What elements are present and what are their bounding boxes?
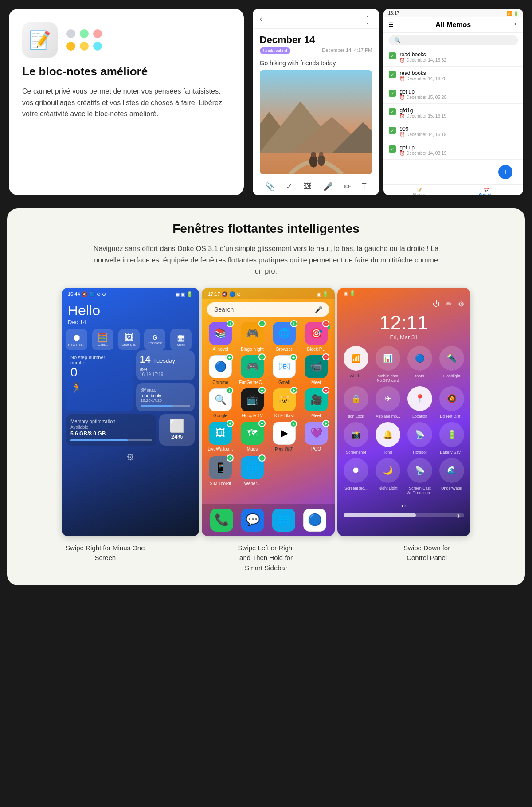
hamburger-icon[interactable]: ☰: [389, 22, 394, 28]
screenrecord-button[interactable]: ⏺: [344, 458, 368, 483]
dock-messages[interactable]: 💬: [241, 509, 264, 532]
app-allnovel[interactable]: 📚+ Allnovel: [206, 322, 235, 352]
app-kitty[interactable]: 🐱+ Kitty Blast: [270, 388, 298, 418]
battery-saver-button[interactable]: 🔋: [439, 422, 464, 447]
app-translate[interactable]: G Translate: [144, 329, 165, 350]
app-googletv[interactable]: 📺+ Google TV: [238, 388, 266, 418]
nav-memo[interactable]: 📝 Memo: [413, 188, 426, 195]
ctrl-wifi[interactable]: 📶 Wi-Fi ~: [342, 346, 370, 383]
app-poo[interactable]: 💜+ POO: [302, 422, 330, 453]
app-maps[interactable]: 🗺+ Maps: [238, 422, 266, 453]
screencast-button[interactable]: 📡: [407, 458, 432, 483]
mic-icon[interactable]: 🎤: [315, 306, 322, 313]
rotation-lock-button[interactable]: 🔒: [344, 386, 368, 411]
ctrl-underwater[interactable]: 🌊 UnderWater: [438, 458, 466, 495]
app-calculator[interactable]: 🧮 Calc...: [92, 329, 113, 350]
event1-time: 16:19-17:19: [140, 372, 191, 377]
flashlight-button[interactable]: 🔦: [439, 346, 464, 371]
dots-row-1: [66, 29, 102, 38]
app-start-slo[interactable]: 🖼 Start Slo.: [118, 329, 140, 350]
app-google-meet[interactable]: 📹− Meet: [302, 355, 330, 385]
screenshot-button[interactable]: 📸: [344, 422, 368, 447]
memos-menu[interactable]: ⋮: [512, 22, 518, 28]
dock-phone[interactable]: 📞: [210, 509, 233, 532]
ctrl-screenshot[interactable]: 📸 Screenshot: [342, 422, 370, 454]
svg-point-8: [319, 152, 323, 156]
memo-item-5: ✓ 999 ⏰ December 14, 16:19: [383, 122, 523, 141]
ctrl-location[interactable]: 📍 Location: [406, 386, 434, 419]
steps-sub: number: [70, 360, 129, 365]
tool-attach[interactable]: 📎: [265, 182, 275, 192]
back-button[interactable]: ‹: [260, 14, 262, 24]
s3-top-icons: ⏻ ✏ ⚙: [337, 298, 470, 310]
page-indicator: ● ○: [337, 498, 470, 512]
s2-search-bar[interactable]: Search 🎤: [207, 302, 329, 317]
tool-image[interactable]: 🖼: [304, 182, 312, 192]
location-button[interactable]: 📍: [407, 386, 432, 411]
hotspot-button[interactable]: 📡: [407, 422, 432, 447]
brightness-icon: ☀: [456, 513, 462, 520]
app-new-rec[interactable]: ⏺ New Rec...: [66, 329, 87, 350]
memo-check-5[interactable]: ✓: [389, 127, 396, 134]
dock-chrome[interactable]: 🔵: [303, 509, 326, 532]
s3-status-bar: ▣ 🔋: [337, 288, 470, 298]
tool-check[interactable]: ✓: [286, 182, 293, 192]
memo-check-2[interactable]: ✓: [389, 71, 396, 78]
app-more[interactable]: ▦ More: [170, 329, 192, 350]
donotdisturb-button[interactable]: 🔕: [439, 386, 464, 411]
power-icon[interactable]: ⏻: [433, 300, 440, 308]
app-google[interactable]: 🔍+ Google: [206, 388, 235, 418]
app-fungame[interactable]: 🎮+ FunGameC...: [238, 355, 266, 385]
mobiledata-button[interactable]: 📊: [376, 346, 400, 371]
memo-check-3[interactable]: ✓: [389, 90, 396, 97]
app-meet-solo[interactable]: 🎥− Meet: [302, 388, 330, 418]
memo-check-4[interactable]: ✓: [389, 108, 396, 115]
edit-icon[interactable]: ✏: [446, 300, 452, 308]
ctrl-donotdisturb[interactable]: 🔕 Do Not Dist...: [438, 386, 466, 419]
ctrl-mobiledata[interactable]: 📊 Mobile dataNo SIM card: [374, 346, 402, 383]
tool-text[interactable]: T: [362, 182, 367, 192]
dot-red: [93, 29, 102, 38]
memo-check-6[interactable]: ✓: [389, 145, 396, 153]
nightlight-button[interactable]: 🌙: [376, 458, 400, 483]
ctrl-ring[interactable]: 🔔 Ring: [374, 422, 402, 454]
battery-icon: ⬜: [164, 419, 190, 433]
wifi-button[interactable]: 📶: [344, 346, 368, 371]
app-simtoolkit[interactable]: 📱+ SIM Toolkit: [206, 456, 235, 486]
note-menu-button[interactable]: ⋮: [363, 14, 372, 25]
nav-agenda[interactable]: 📅 Agenda: [478, 188, 493, 195]
ctrl-rotation-lock[interactable]: 🔒 tion Lock: [342, 386, 370, 419]
app-bingo[interactable]: 🎮+ Bingo Night: [238, 322, 266, 352]
tool-pen[interactable]: ✏: [344, 182, 351, 192]
brightness-slider[interactable]: ☀: [344, 513, 464, 517]
memos-search[interactable]: 🔍: [389, 35, 518, 45]
app-webber[interactable]: 🌐+ Weber...: [238, 456, 266, 486]
s1-settings-icon[interactable]: ⚙: [62, 448, 199, 466]
app-playstore[interactable]: ▶+ Play 商店: [270, 422, 298, 453]
ring-button[interactable]: 🔔: [376, 422, 400, 447]
app-livewallpaper[interactable]: 🖼+ LiveWallpa...: [206, 422, 235, 453]
airplane-button[interactable]: ✈: [376, 386, 400, 411]
bluetooth-button[interactable]: 🔵: [407, 346, 432, 371]
s1-two-col: No step number number 0 🏃 14 Tuesday 999…: [62, 350, 199, 414]
underwater-button[interactable]: 🌊: [439, 458, 464, 483]
app-gmail[interactable]: 📧+ Gmail: [270, 355, 298, 385]
app-browser[interactable]: 🌐+ Browser: [270, 322, 298, 352]
ctrl-nightlight[interactable]: 🌙 Night Light: [374, 458, 402, 495]
ctrl-flashlight[interactable]: 🔦 Flashlight: [438, 346, 466, 383]
add-memo-fab[interactable]: +: [498, 165, 512, 179]
ctrl-screenrecord[interactable]: ⏺ ScreenRec...: [342, 458, 370, 495]
memo-check-1[interactable]: ✓: [389, 52, 396, 59]
ctrl-airplane[interactable]: ✈ Airplane mo...: [374, 386, 402, 419]
app-chrome[interactable]: 🔵+ Chrome: [206, 355, 235, 385]
dots-row-2: [66, 42, 102, 51]
ctrl-battery-saver[interactable]: 🔋 Battery Sav...: [438, 422, 466, 454]
tool-voice[interactable]: 🎤: [323, 182, 333, 192]
memos-content: 16:17 📶 🔋 ☰ All Memos ⋮ 🔍 ✓ read books: [383, 9, 523, 195]
dock-browser[interactable]: 🌐: [272, 509, 295, 532]
app-block[interactable]: 🎯− Block P...: [302, 322, 330, 352]
ctrl-screencast[interactable]: 📡 Screen CastWi-Fi not con...: [406, 458, 434, 495]
ctrl-hotspot[interactable]: 📡 Hotspot: [406, 422, 434, 454]
settings-icon[interactable]: ⚙: [458, 300, 464, 308]
ctrl-bluetooth[interactable]: 🔵 ...tooth ~: [406, 346, 434, 383]
